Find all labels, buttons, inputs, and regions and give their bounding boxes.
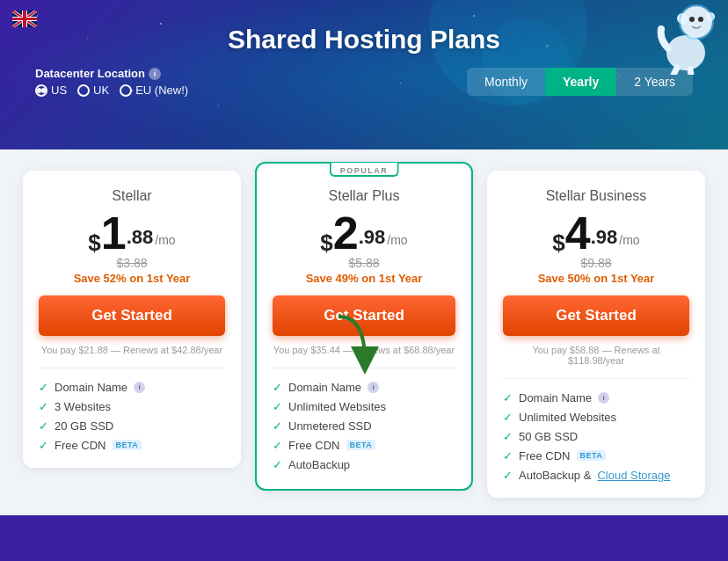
check-icon: ✓	[273, 419, 282, 433]
stellar-plus-feature-websites: ✓ Unlimited Websites	[273, 400, 455, 413]
stellar-business-integer: 4	[565, 213, 591, 254]
check-icon: ✓	[273, 439, 282, 452]
location-us-option[interactable]: US	[35, 84, 67, 97]
feature-text: Unlimited Websites	[288, 400, 386, 413]
location-eu-label: EU (New!)	[135, 84, 188, 97]
stellar-decimal: .88	[127, 226, 154, 249]
stellar-plus-feature-domain: ✓ Domain Name i	[273, 381, 455, 394]
stellar-plus-price-row: $ 2 .98 /mo	[273, 213, 455, 254]
svg-point-14	[698, 17, 703, 22]
location-uk-label: UK	[93, 84, 109, 97]
check-icon: ✓	[503, 449, 513, 463]
stellar-business-feature-websites: ✓ Unlimited Websites	[503, 411, 689, 424]
tab-monthly[interactable]: Monthly	[467, 68, 545, 96]
stellar-business-feature-cdn: ✓ Free CDN BETA	[503, 449, 689, 463]
datacenter-label: Datacenter Location	[35, 67, 145, 80]
feature-text: Unlimited Websites	[519, 411, 616, 424]
cloud-storage-link[interactable]: Cloud Storage	[597, 469, 670, 482]
stellar-plus-name: Stellar Plus	[273, 188, 455, 204]
uk-flag	[12, 11, 37, 31]
location-uk-option[interactable]: UK	[77, 84, 109, 97]
stellar-plus-save-text: Save 49% on 1st Year	[273, 272, 455, 285]
plans-container: Stellar $ 1 .88 /mo $3.88 Save 52% on 1s…	[0, 149, 728, 515]
feature-text: Free CDN	[55, 439, 106, 452]
feature-text: 20 GB SSD	[55, 419, 113, 433]
stellar-business-feature-ssd: ✓ 50 GB SSD	[503, 430, 689, 443]
feature-text: 3 Websites	[55, 400, 111, 413]
check-icon: ✓	[39, 400, 48, 413]
stellar-plus-feature-ssd: ✓ Unmetered SSD	[273, 419, 455, 433]
datacenter-section: Datacenter Location i US UK	[35, 67, 188, 97]
stellar-business-price-row: $ 4 .98 /mo	[503, 213, 689, 254]
feature-text: Domain Name	[288, 381, 361, 394]
location-us-radio[interactable]	[35, 84, 47, 97]
stellar-plus-features: ✓ Domain Name i ✓ Unlimited Websites ✓ U…	[273, 381, 455, 471]
feature-text: AutoBackup &	[519, 469, 591, 482]
check-icon: ✓	[273, 400, 282, 413]
mascot-illustration	[651, 0, 721, 78]
stellar-period: /mo	[155, 233, 175, 247]
stellar-name: Stellar	[39, 188, 225, 204]
feature-text: 50 GB SSD	[519, 430, 578, 443]
plan-stellar-plus: POPULAR Stellar Plus $ 2 .98 /mo $5.88 S…	[255, 162, 473, 491]
beta-badge: BETA	[577, 450, 607, 461]
stellar-feature-websites: ✓ 3 Websites	[39, 400, 225, 413]
check-icon: ✓	[39, 419, 48, 433]
stellar-business-decimal: .98	[591, 226, 618, 249]
feature-text: Free CDN	[288, 439, 340, 452]
stellar-price-row: $ 1 .88 /mo	[39, 213, 225, 254]
stellar-plus-period: /mo	[387, 233, 407, 247]
stellar-business-feature-domain: ✓ Domain Name i	[503, 391, 689, 404]
popular-badge: POPULAR	[330, 163, 399, 177]
beta-badge: BETA	[113, 440, 142, 450]
feature-info-icon[interactable]: i	[368, 382, 379, 393]
stellar-features: ✓ Domain Name i ✓ 3 Websites ✓ 20 GB SSD…	[39, 381, 225, 452]
stellar-feature-ssd: ✓ 20 GB SSD	[39, 419, 225, 433]
location-uk-radio[interactable]	[77, 84, 90, 97]
feature-info-icon[interactable]: i	[134, 382, 145, 393]
stellar-business-period: /mo	[619, 233, 639, 247]
svg-point-13	[689, 17, 695, 22]
beta-badge: BETA	[346, 440, 376, 450]
location-us-label: US	[51, 84, 67, 97]
check-icon: ✓	[503, 469, 513, 482]
location-eu-option[interactable]: EU (New!)	[120, 84, 188, 97]
stellar-feature-cdn: ✓ Free CDN BETA	[39, 439, 225, 452]
svg-point-11	[677, 13, 688, 24]
stellar-plus-original-price: $5.88	[273, 256, 455, 270]
page-title: Shared Hosting Plans	[26, 16, 702, 55]
stellar-original-price: $3.88	[39, 256, 225, 270]
stellar-cta-button[interactable]: Get Started	[39, 295, 225, 336]
stellar-business-name: Stellar Business	[503, 188, 689, 204]
feature-info-icon[interactable]: i	[598, 392, 609, 404]
feature-text: Domain Name	[519, 391, 592, 404]
stellar-plus-decimal: .98	[359, 226, 386, 249]
stellar-plus-renewal: You pay $35.44 — Renews at $68.88/year	[273, 345, 455, 368]
stellar-save-text: Save 52% on 1st Year	[39, 272, 225, 285]
stellar-feature-domain: ✓ Domain Name i	[39, 381, 225, 394]
stellar-business-cta-button[interactable]: Get Started	[503, 295, 689, 336]
tab-yearly[interactable]: Yearly	[545, 68, 616, 96]
svg-rect-8	[12, 18, 37, 20]
check-icon: ✓	[503, 430, 513, 443]
stellar-business-dollar: $	[552, 231, 564, 254]
stellar-business-save-text: Save 50% on 1st Year	[503, 272, 689, 285]
stellar-plus-feature-cdn: ✓ Free CDN BETA	[273, 439, 455, 452]
feature-text: Free CDN	[519, 449, 571, 463]
plan-stellar-business: Stellar Business $ 4 .98 /mo $9.88 Save …	[487, 171, 705, 498]
check-icon: ✓	[273, 381, 282, 394]
stellar-plus-feature-autobackup: ✓ AutoBackup	[273, 458, 455, 471]
feature-text: AutoBackup	[288, 458, 350, 471]
stellar-plus-cta-button[interactable]: Get Started	[273, 295, 455, 336]
datacenter-info-icon[interactable]: i	[149, 68, 161, 80]
location-eu-radio[interactable]	[120, 84, 132, 97]
stellar-integer: 1	[101, 213, 127, 254]
stellar-renewal: You pay $21.88 — Renews at $42.88/year	[39, 345, 225, 368]
stellar-business-original-price: $9.88	[503, 256, 689, 270]
feature-text: Domain Name	[55, 381, 127, 394]
stellar-plus-integer: 2	[333, 213, 359, 254]
stellar-business-renewal: You pay $58.88 — Renews at $118.98/year	[503, 345, 689, 379]
plan-stellar: Stellar $ 1 .88 /mo $3.88 Save 52% on 1s…	[23, 171, 241, 468]
feature-text: Unmetered SSD	[288, 419, 372, 433]
stellar-plus-dollar: $	[320, 231, 332, 254]
